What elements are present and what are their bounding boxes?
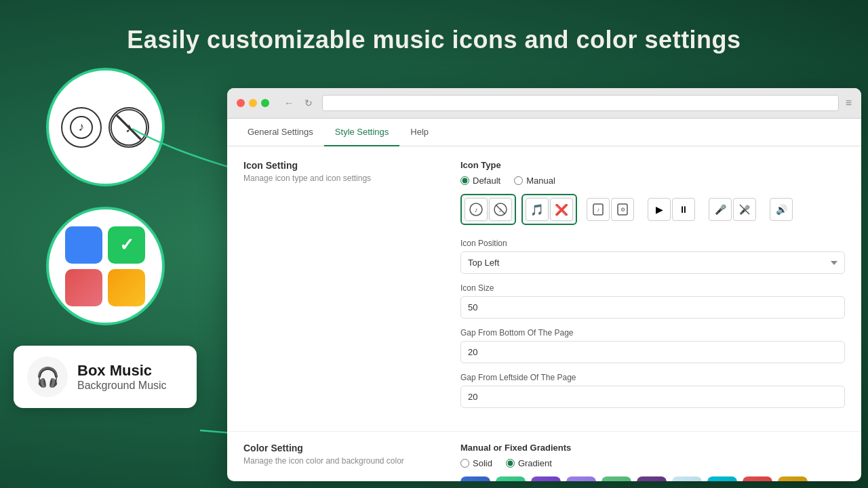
music-on-icon: ♪	[61, 107, 102, 148]
gap-left-input[interactable]	[460, 386, 845, 408]
swatch-cyan[interactable]	[707, 476, 737, 481]
color-swatches-circle: ✓	[46, 207, 165, 325]
swatch-blue[interactable]	[460, 476, 490, 481]
swatch-gold[interactable]	[778, 476, 808, 481]
color-setting-title: Color Setting	[243, 443, 433, 453]
settings-left: Icon Setting Manage icon type and icon s…	[243, 160, 433, 418]
icon-group-controls[interactable]: 🎵 ❌	[521, 194, 577, 225]
svg-text:♪: ♪	[475, 206, 478, 214]
icon-group-volume[interactable]: 🔊	[766, 194, 797, 225]
gap-bottom-group: Gap From Bottom Of The Page	[460, 328, 845, 363]
icon-type-label: Icon Type	[460, 160, 845, 170]
radio-solid-input[interactable]	[460, 459, 469, 468]
icon-type-section: Icon Type Default Manual	[460, 160, 845, 225]
icon-music-off[interactable]: ♪	[489, 198, 512, 221]
swatch-lavender[interactable]	[566, 476, 596, 481]
icon-volume[interactable]: 🔊	[770, 198, 793, 221]
icon-note-x[interactable]: ❌	[550, 198, 573, 221]
color-setting-layout: Color Setting Manage the icon color and …	[243, 443, 845, 481]
radio-gradient[interactable]: Gradient	[506, 458, 552, 468]
address-bar[interactable]	[322, 95, 839, 111]
radio-manual[interactable]: Manual	[514, 176, 555, 186]
gradient-radio-group: Solid Gradient	[460, 458, 845, 468]
back-button[interactable]: ←	[281, 96, 296, 110]
color-setting-labels: Color Setting Manage the icon color and …	[243, 443, 433, 481]
radio-default[interactable]: Default	[460, 176, 500, 186]
icon-type-radio-group: Default Manual	[460, 176, 845, 186]
radio-default-input[interactable]	[460, 176, 469, 185]
icon-previews: ♪ ♪ 🎵 ❌ ♪	[460, 194, 845, 225]
swatch-teal[interactable]: ✓	[496, 476, 526, 481]
swatch-light-blue[interactable]	[672, 476, 702, 481]
browser-menu-icon: ≡	[846, 97, 852, 109]
gap-left-group: Gap From Leftside Of The Page	[460, 373, 845, 408]
icon-mic-off[interactable]: 🎤	[733, 198, 756, 221]
reload-button[interactable]: ↻	[302, 96, 315, 110]
icon-setting-title: Icon Setting	[243, 160, 433, 171]
box-music-text: Box Music Background Music	[77, 362, 167, 392]
icon-position-group: Icon Position Top Left Top Right Bottom …	[460, 239, 845, 274]
radio-manual-input[interactable]	[514, 176, 523, 185]
swatch-mint[interactable]	[601, 476, 631, 481]
close-button[interactable]	[237, 99, 245, 107]
color-setting-desc: Manage the icon color and background col…	[243, 456, 433, 466]
traffic-lights	[237, 99, 269, 107]
color-swatches-row: ✓	[460, 476, 845, 481]
music-off-icon: ♪	[108, 107, 149, 148]
settings-right: Icon Type Default Manual	[460, 160, 845, 418]
browser-nav: ← ↻	[281, 96, 315, 110]
gap-bottom-input[interactable]	[460, 341, 845, 363]
music-icons-circle: ♪ ♪	[46, 68, 165, 186]
tab-style-settings[interactable]: Style Settings	[324, 119, 400, 146]
browser-tabs: General Settings Style Settings Help	[227, 119, 861, 146]
svg-text:⚙: ⚙	[620, 207, 625, 213]
swatch-blue	[65, 226, 102, 264]
icon-setting-desc: Manage icon type and icon settings	[243, 174, 433, 183]
icon-music-on[interactable]: ♪	[465, 198, 488, 221]
icon-page2[interactable]: ⚙	[611, 198, 634, 221]
icon-position-select[interactable]: Top Left Top Right Bottom Left Bottom Ri…	[460, 251, 845, 274]
svg-text:♪: ♪	[597, 207, 599, 213]
gap-bottom-label: Gap From Bottom Of The Page	[460, 328, 845, 338]
icon-position-label: Icon Position	[460, 239, 845, 248]
swatch-red	[65, 269, 102, 306]
maximize-button[interactable]	[261, 99, 269, 107]
tab-help[interactable]: Help	[399, 119, 439, 146]
color-setting-controls: Manual or Fixed Gradients Solid Gradient	[460, 443, 845, 481]
swatch-red[interactable]	[743, 476, 772, 481]
icon-mic-on[interactable]: 🎤	[709, 198, 732, 221]
main-heading: Easily customizable music icons and colo…	[0, 26, 868, 54]
icon-page1[interactable]: ♪	[587, 198, 610, 221]
swatch-dark-purple[interactable]	[637, 476, 667, 481]
icon-group-music-notes[interactable]: ♪ ♪	[460, 194, 516, 225]
box-music-title: Box Music	[77, 362, 167, 380]
swatch-purple[interactable]	[531, 476, 561, 481]
box-music-subtitle: Background Music	[77, 380, 167, 392]
browser-chrome: ← ↻ ≡	[227, 88, 861, 119]
gradient-label: Manual or Fixed Gradients	[460, 443, 845, 453]
swatch-green: ✓	[108, 226, 145, 264]
swatch-yellow	[108, 269, 145, 306]
radio-solid[interactable]: Solid	[460, 458, 492, 468]
radio-gradient-input[interactable]	[506, 459, 515, 468]
box-music-card: 🎧 Box Music Background Music	[14, 346, 197, 408]
icon-group-playpause[interactable]: ▶ ⏸	[644, 194, 699, 225]
color-setting-section: Color Setting Manage the icon color and …	[227, 431, 861, 481]
icon-pause[interactable]: ⏸	[672, 198, 695, 221]
svg-text:♪: ♪	[79, 120, 85, 134]
browser-window: ← ↻ ≡ General Settings Style Settings He…	[227, 88, 861, 481]
left-panel: ♪ ♪ ✓ 🎧 Box Music Ba	[14, 68, 197, 408]
color-grid: ✓	[52, 213, 159, 320]
settings-content: Icon Setting Manage icon type and icon s…	[227, 146, 861, 431]
icon-pair: ♪ ♪	[61, 107, 149, 148]
icon-size-group: Icon Size	[460, 283, 845, 319]
gap-left-label: Gap From Leftside Of The Page	[460, 373, 845, 382]
tab-general-settings[interactable]: General Settings	[237, 119, 324, 146]
icon-group-page[interactable]: ♪ ⚙	[583, 194, 638, 225]
icon-note-cross[interactable]: 🎵	[526, 198, 549, 221]
icon-size-input[interactable]	[460, 296, 845, 319]
icon-play[interactable]: ▶	[648, 198, 671, 221]
minimize-button[interactable]	[249, 99, 257, 107]
icon-size-label: Icon Size	[460, 283, 845, 293]
icon-group-mic[interactable]: 🎤 🎤	[705, 194, 760, 225]
